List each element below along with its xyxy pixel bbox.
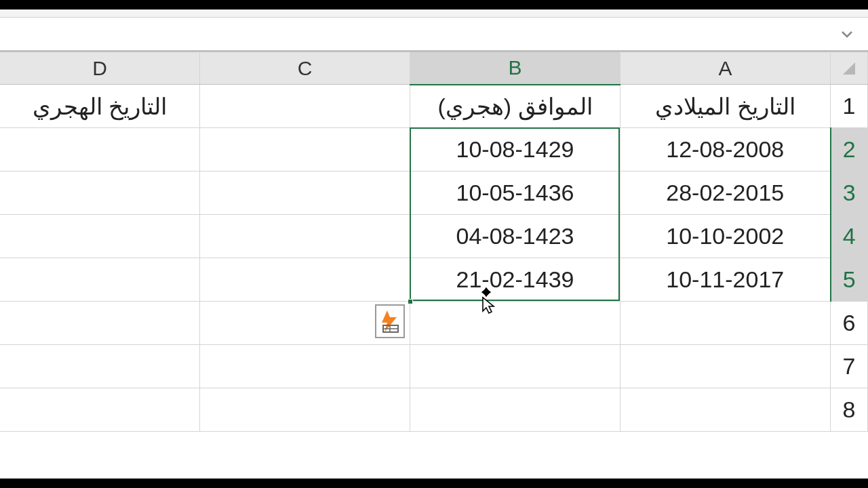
cell-A4[interactable]: 10-10-2002: [620, 215, 831, 258]
cell-A6[interactable]: [620, 302, 831, 345]
formula-bar[interactable]: [0, 18, 868, 52]
column-header-a[interactable]: A: [620, 52, 831, 85]
row-header-6[interactable]: 6: [831, 302, 868, 345]
row-header-4[interactable]: 4: [831, 215, 868, 258]
cell-A7[interactable]: [620, 345, 831, 388]
cell-D4[interactable]: [0, 215, 200, 258]
fill-handle[interactable]: [408, 299, 413, 304]
cell-value: 21-02-1439: [456, 266, 574, 292]
column-header-b[interactable]: B: [410, 52, 620, 85]
expand-formula-bar-icon[interactable]: [840, 26, 854, 41]
row-header-7[interactable]: 7: [831, 345, 868, 388]
cell-value: 10-05-1436: [456, 180, 574, 205]
cell-A2[interactable]: 12-08-2008: [620, 128, 831, 171]
ribbon-area: [0, 9, 868, 18]
cell-D3[interactable]: [0, 171, 200, 215]
row-header-3[interactable]: 3: [831, 171, 868, 215]
cell-C1[interactable]: [200, 85, 410, 128]
cell-C2[interactable]: [200, 128, 410, 171]
table-row: 8: [0, 388, 868, 432]
select-all-corner[interactable]: [831, 52, 868, 85]
cell-B4[interactable]: 04-08-1423: [410, 215, 620, 258]
table-row: 6: [0, 302, 868, 345]
table-row: 5 10-11-2017 21-02-1439: [0, 258, 868, 302]
cell-C8[interactable]: [200, 388, 410, 432]
table-row: 4 10-10-2002 04-08-1423: [0, 215, 868, 258]
cell-D7[interactable]: [0, 345, 200, 388]
cell-B6[interactable]: [410, 302, 620, 345]
flash-fill-options-button[interactable]: [375, 304, 405, 338]
table-row: 2 12-08-2008 10-08-1429: [0, 128, 868, 171]
cell-value: 12-08-2008: [666, 136, 784, 162]
cell-A3[interactable]: 28-02-2015: [620, 171, 831, 215]
cell-C4[interactable]: [200, 215, 410, 258]
cell-value: الموافق (هجري): [437, 94, 592, 119]
cell-B2[interactable]: 10-08-1429: [410, 128, 620, 171]
row-header-2[interactable]: 2: [831, 128, 868, 171]
cell-A1[interactable]: التاريخ الميلادي: [620, 85, 831, 128]
cell-value: التاريخ الهجري: [33, 94, 167, 119]
window-top-border: [0, 0, 868, 9]
column-header-c[interactable]: C: [200, 52, 410, 85]
table-row: 3 28-02-2015 10-05-1436: [0, 171, 868, 215]
row-header-5[interactable]: 5: [831, 258, 868, 302]
row-header-1[interactable]: 1: [831, 85, 868, 128]
cell-C3[interactable]: [200, 171, 410, 215]
cell-value: 10-11-2017: [666, 266, 784, 292]
cell-B7[interactable]: [410, 345, 620, 388]
table-row: 7: [0, 345, 868, 388]
column-header-d[interactable]: D: [0, 52, 200, 85]
cell-D1[interactable]: التاريخ الهجري: [0, 85, 200, 128]
column-headers-row[interactable]: A B C D: [0, 52, 868, 85]
table-row: 1 التاريخ الميلادي الموافق (هجري) التاري…: [0, 85, 868, 128]
cell-D2[interactable]: [0, 128, 200, 171]
cell-B3[interactable]: 10-05-1436: [410, 171, 620, 215]
worksheet-grid[interactable]: A B C D 1 التاريخ الميلادي الموافق (هجري…: [0, 52, 868, 432]
cell-value: 04-08-1423: [456, 223, 574, 249]
cell-C5[interactable]: [200, 258, 410, 302]
cell-value: التاريخ الميلادي: [655, 94, 795, 119]
cell-A5[interactable]: 10-11-2017: [620, 258, 831, 302]
cell-value: 10-10-2002: [666, 223, 784, 249]
cell-value: 10-08-1429: [456, 136, 574, 162]
cell-B1[interactable]: الموافق (هجري): [410, 85, 620, 128]
row-header-8[interactable]: 8: [831, 388, 868, 432]
cell-D6[interactable]: [0, 302, 200, 345]
cell-C7[interactable]: [200, 345, 410, 388]
cell-B8[interactable]: [410, 388, 620, 432]
cell-D5[interactable]: [0, 258, 200, 302]
cell-D8[interactable]: [0, 388, 200, 432]
cell-A8[interactable]: [620, 388, 831, 432]
cell-B5[interactable]: 21-02-1439: [410, 258, 620, 302]
cell-value: 28-02-2015: [666, 180, 784, 205]
